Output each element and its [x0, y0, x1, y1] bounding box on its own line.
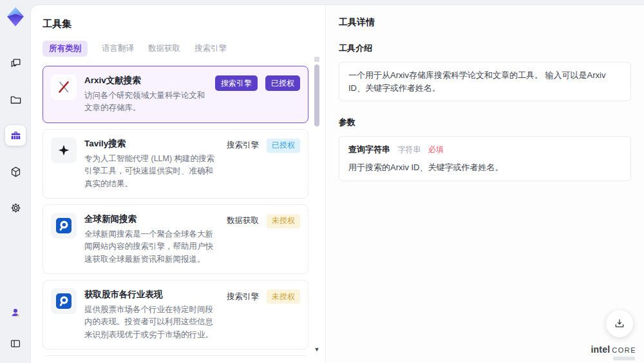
blue-search-logo-icon	[51, 213, 77, 239]
auth-status-badge: 未授权	[267, 289, 300, 304]
tool-list-pane: 工具集 所有类别 语言翻译 数据获取 搜索引擎 Arxiv文献搜索 访问各个研究…	[31, 5, 325, 363]
page-title: 工具集	[43, 18, 308, 30]
category-label: 搜索引擎	[227, 291, 259, 302]
tavily-star-icon	[51, 137, 77, 163]
params-heading: 参数	[339, 117, 631, 128]
scrollbar-thumb[interactable]	[314, 64, 319, 126]
auth-status-badge: 未授权	[267, 214, 300, 228]
tool-desc: 访问各个研究领域大量科学论文和文章的存储库。	[84, 90, 207, 115]
tool-title: 获取股市各行业表现	[84, 289, 219, 300]
settings-icon[interactable]	[5, 197, 26, 218]
detail-title: 工具详情	[339, 17, 631, 28]
tab-all-categories[interactable]: 所有类别	[43, 41, 88, 57]
panel-toggle-icon[interactable]	[5, 333, 26, 354]
tool-desc: 全球新闻搜索是一个聚合全球各大新闻网站内容的搜索引擎，帮助用户快速获取全球最新资…	[84, 228, 219, 266]
tab-data-fetch[interactable]: 数据获取	[148, 41, 180, 57]
scroll-up-button[interactable]	[314, 57, 319, 62]
intel-logo-text: intel	[591, 344, 610, 355]
param-required-label: 必填	[428, 145, 444, 154]
tool-card-global-news[interactable]: 全球新闻搜索 全球新闻搜索是一个聚合全球各大新闻网站内容的搜索引擎，帮助用户快速…	[43, 204, 308, 274]
arxiv-icon	[51, 74, 77, 100]
tool-title: 全球新闻搜索	[84, 213, 219, 225]
main-panel: 工具集 所有类别 语言翻译 数据获取 搜索引擎 Arxiv文献搜索 访问各个研究…	[31, 5, 644, 363]
category-label: 搜索引擎	[227, 140, 259, 151]
tool-card-active-stocks[interactable]: 获取市场最活跃股票信息 提供当天交易量最高的股票列表，投资者可以利用这些信息来识…	[43, 355, 308, 357]
tool-card-tavily[interactable]: Tavily搜索 专为人工智能代理 (LLM) 构建的搜索引擎工具，可快速提供实…	[43, 129, 308, 199]
package-icon[interactable]	[5, 161, 26, 182]
app-logo[interactable]	[4, 5, 27, 28]
tab-language-translation[interactable]: 语言翻译	[102, 41, 134, 57]
tool-card-list: Arxiv文献搜索 访问各个研究领域大量科学论文和文章的存储库。 搜索引擎 已授…	[43, 66, 308, 357]
left-rail	[0, 0, 31, 363]
param-box: 查询字符串 字符串 必填 用于搜索的Arxiv ID、关键字或作者姓名。	[339, 136, 631, 181]
tool-desc: 提供股票市场各个行业在特定时间段内的表现。投资者可以利用这些信息来识别表现优于或…	[84, 304, 219, 341]
category-label: 数据获取	[227, 215, 259, 226]
scroll-down-button[interactable]: ▼	[314, 346, 320, 353]
blue-search-logo-icon	[51, 288, 77, 314]
list-scrollbar[interactable]: ▼	[314, 57, 320, 362]
intro-heading: 工具介绍	[339, 43, 631, 54]
param-type: 字符串	[397, 145, 421, 154]
auth-status-badge: 已授权	[265, 75, 300, 91]
auth-status-badge: 已授权	[267, 139, 300, 153]
core-logo-text: CORE	[612, 346, 636, 354]
tool-card-arxiv[interactable]: Arxiv文献搜索 访问各个研究领域大量科学论文和文章的存储库。 搜索引擎 已授…	[43, 66, 308, 123]
tool-title: Arxiv文献搜索	[84, 75, 207, 86]
download-button[interactable]	[606, 310, 633, 337]
param-desc: 用于搜索的Arxiv ID、关键字或作者姓名。	[348, 161, 621, 174]
category-badge: 搜索引擎	[215, 75, 258, 91]
category-tabs: 所有类别 语言翻译 数据获取 搜索引擎	[43, 41, 308, 57]
tool-detail-pane: 工具详情 工具介绍 一个用于从Arxiv存储库搜索科学论文和文章的工具。 输入可…	[325, 5, 644, 363]
toolbox-icon-active[interactable]	[5, 125, 26, 146]
user-avatar-icon[interactable]	[5, 302, 26, 323]
param-name: 查询字符串	[348, 144, 390, 154]
tool-title: Tavily搜索	[84, 138, 219, 150]
intel-core-logo: intel CORE	[591, 344, 636, 355]
tool-desc: 专为人工智能代理 (LLM) 构建的搜索引擎工具，可快速提供实时、准确和真实的结…	[84, 153, 219, 190]
intro-box: 一个用于从Arxiv存储库搜索科学论文和文章的工具。 输入可以是Arxiv ID…	[339, 62, 631, 101]
folder-icon[interactable]	[5, 89, 26, 110]
tool-card-sector-performance[interactable]: 获取股市各行业表现 提供股票市场各个行业在特定时间段内的表现。投资者可以利用这些…	[43, 280, 308, 349]
chat-icon[interactable]	[5, 53, 26, 74]
intel-core-logo-sub	[613, 357, 635, 360]
tab-search-engine[interactable]: 搜索引擎	[194, 41, 227, 57]
